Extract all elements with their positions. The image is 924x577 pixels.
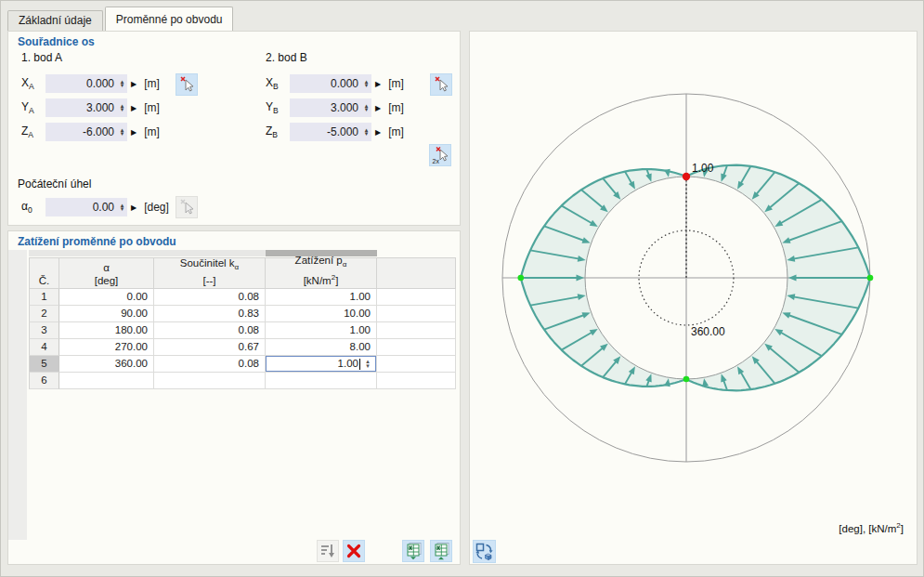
yb-field[interactable]: 3.000▴▾	[290, 98, 371, 117]
k-coefficient-cell[interactable]: 0.08	[154, 356, 266, 373]
spinner-down-icon[interactable]: ▾	[366, 364, 370, 369]
row-number-cell[interactable]: 5	[29, 356, 59, 373]
tab-promenne-po-obvodu[interactable]: Proměnné po obvodu	[105, 7, 234, 31]
load-cell[interactable]: 1.00	[266, 289, 377, 306]
alpha-cell[interactable]: 270.00	[59, 339, 154, 356]
detail-arrow-icon[interactable]: ▶	[375, 80, 381, 88]
row-number-cell[interactable]: 4	[29, 339, 59, 356]
alpha0-row: α0 0.00▴▾ ▶ [deg]	[21, 198, 169, 216]
xb-field[interactable]: 0.000▴▾	[290, 74, 371, 93]
detail-arrow-icon[interactable]: ▶	[375, 104, 381, 112]
delete-x-icon	[345, 542, 363, 560]
empty-cell[interactable]	[377, 373, 456, 389]
editor-value[interactable]: 1.00	[267, 356, 358, 372]
k-coefficient-cell[interactable]: 0.08	[154, 289, 266, 306]
alpha0-field[interactable]: 0.00▴▾	[46, 198, 127, 216]
pick-cursor-icon	[177, 75, 196, 94]
spinner-down-icon[interactable]: ▾	[365, 132, 369, 137]
xa-field[interactable]: 0.000▴▾	[46, 74, 127, 93]
coordinates-section: Souřadnice os 1. bod A 2. bod B XA 0.000…	[7, 31, 461, 226]
regenerate-view-button[interactable]	[473, 540, 496, 563]
table-row[interactable]: 5360.000.081.00▴▾	[29, 356, 456, 373]
alpha-cell[interactable]: 180.00	[59, 322, 154, 339]
marker-value-label: 1.00	[692, 162, 714, 175]
pick-point-a-button[interactable]	[176, 73, 198, 96]
empty-cell[interactable]	[377, 339, 456, 356]
column-header-coefficient[interactable]: Součinitel kα [--]	[154, 257, 266, 289]
spinner-down-icon[interactable]: ▾	[121, 84, 124, 88]
import-excel-button[interactable]	[430, 540, 452, 562]
spinner-down-icon[interactable]: ▾	[365, 108, 369, 112]
k-coefficient-cell[interactable]: 0.08	[154, 322, 266, 339]
load-diagram: 1.00360.00	[470, 32, 917, 564]
table-header: Č. α[deg] Součinitel kα [--] Zatížení pα…	[29, 257, 456, 289]
svg-text:2x: 2x	[433, 158, 440, 164]
yb-label: YB	[266, 100, 290, 115]
row-number-cell[interactable]: 2	[29, 306, 59, 322]
row-number-cell[interactable]: 3	[29, 322, 59, 339]
table-row[interactable]: 3180.000.081.00	[29, 322, 456, 339]
point-a-title: 1. bod A	[21, 51, 62, 64]
load-cell[interactable]: 10.00	[266, 306, 377, 322]
active-point-marker	[683, 173, 690, 180]
regenerate-view-icon	[475, 542, 494, 561]
load-cell[interactable]: 1.00▴▾	[266, 356, 377, 373]
table-row[interactable]: 290.000.8310.00	[29, 306, 456, 322]
load-cell[interactable]: 1.00	[266, 322, 377, 339]
za-field[interactable]: -6.000▴▾	[46, 123, 127, 141]
text-caret	[359, 359, 360, 370]
za-row: ZA -6.000▴▾ ▶ [m]	[21, 123, 160, 141]
spinner-down-icon[interactable]: ▾	[121, 108, 124, 112]
delete-row-button[interactable]	[343, 540, 365, 562]
row-number-cell[interactable]: 6	[29, 373, 59, 389]
excel-import-icon	[432, 542, 450, 560]
detail-arrow-icon[interactable]: ▶	[375, 128, 381, 137]
spinner-down-icon[interactable]: ▾	[365, 84, 369, 88]
detail-arrow-icon[interactable]: ▶	[131, 203, 137, 212]
load-table-rows: 10.000.081.00290.000.8310.003180.000.081…	[29, 289, 456, 389]
za-label: ZA	[21, 125, 46, 139]
column-header-alpha[interactable]: α[deg]	[59, 257, 154, 289]
alpha-cell[interactable]: 0.00	[59, 289, 154, 306]
control-point-marker	[867, 275, 874, 282]
k-coefficient-cell[interactable]: 0.67	[154, 339, 266, 356]
empty-cell[interactable]	[377, 289, 456, 306]
column-header-number[interactable]: Č.	[29, 257, 59, 289]
cell-spinner[interactable]: ▴▾	[362, 360, 373, 368]
alpha-cell[interactable]: 360.00	[59, 356, 154, 373]
yb-row: YB 3.000▴▾ ▶ [m]	[266, 98, 404, 117]
coordinates-section-title: Souřadnice os	[18, 35, 95, 48]
load-distribution-dialog: { "tabs": [ {"label": "Základní údaje", …	[0, 0, 924, 577]
pick-two-points-button[interactable]: 2x	[429, 144, 451, 166]
column-header-load[interactable]: Zatížení pα [kN/m2]	[266, 257, 377, 289]
alpha0-label: α0	[21, 200, 46, 215]
empty-cell[interactable]	[377, 322, 456, 339]
pick-angle-button	[176, 196, 198, 218]
detail-arrow-icon[interactable]: ▶	[131, 104, 137, 112]
table-row[interactable]: 4270.000.678.00	[29, 339, 456, 356]
alpha-cell[interactable]: 90.00	[59, 306, 154, 322]
table-row[interactable]: 6	[29, 373, 456, 389]
spinner-down-icon[interactable]: ▾	[121, 207, 124, 212]
zb-field[interactable]: -5.000▴▾	[290, 123, 371, 141]
export-excel-button[interactable]	[402, 540, 424, 562]
detail-arrow-icon[interactable]: ▶	[131, 128, 137, 137]
k-coefficient-cell[interactable]: 0.83	[154, 306, 266, 322]
sort-button[interactable]	[317, 540, 339, 562]
alpha-cell[interactable]	[59, 373, 154, 389]
detail-arrow-icon[interactable]: ▶	[131, 80, 137, 88]
load-cell[interactable]: 8.00	[266, 339, 377, 356]
pick-point-b-button[interactable]	[430, 73, 452, 96]
table-gutter	[8, 250, 27, 540]
load-cell-editor[interactable]: 1.00▴▾	[266, 356, 376, 372]
excel-export-icon	[404, 542, 423, 560]
k-coefficient-cell[interactable]	[154, 373, 266, 389]
empty-cell[interactable]	[377, 356, 456, 373]
spinner-down-icon[interactable]: ▾	[121, 132, 124, 137]
load-cell[interactable]	[266, 373, 377, 389]
ya-field[interactable]: 3.000▴▾	[46, 98, 127, 117]
tab-zakladni-udaje[interactable]: Základní údaje	[7, 10, 103, 31]
table-row[interactable]: 10.000.081.00	[29, 289, 456, 306]
row-number-cell[interactable]: 1	[29, 289, 59, 306]
empty-cell[interactable]	[377, 306, 456, 322]
